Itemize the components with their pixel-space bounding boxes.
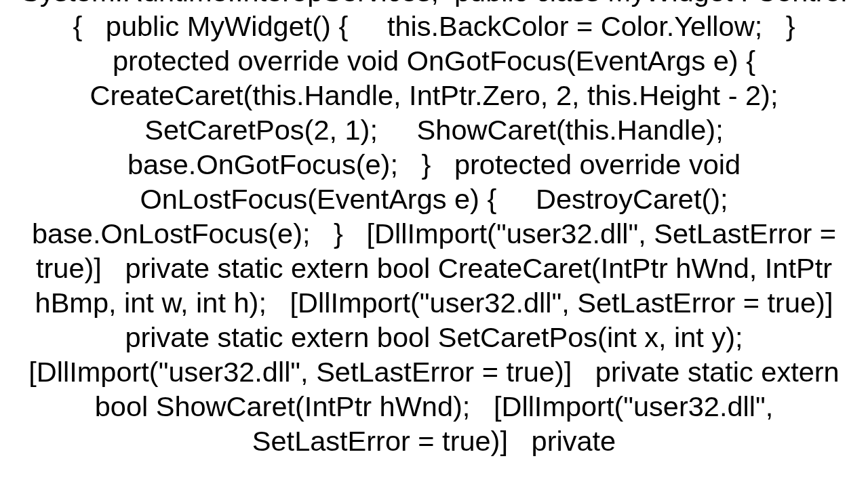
code-text-block: System.Runtime.InteropServices; public c… [0,0,868,458]
